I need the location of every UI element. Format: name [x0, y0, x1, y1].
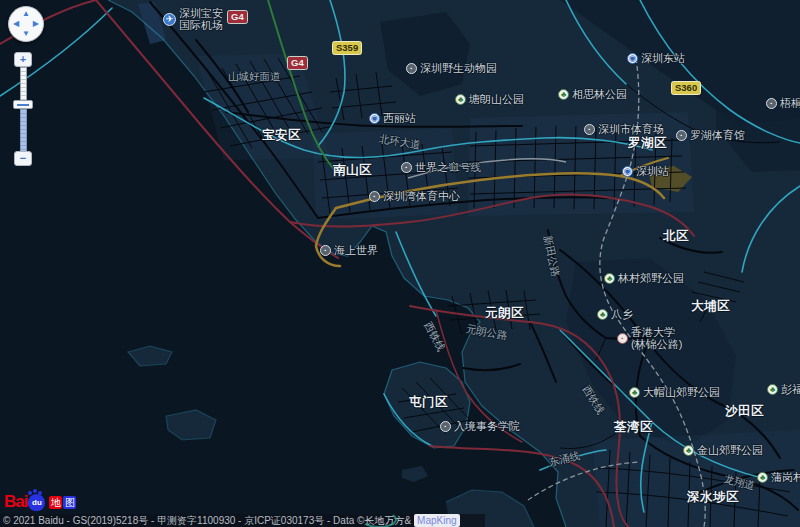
label-tanglangshan-park[interactable]: ♣塘朗山公园	[455, 94, 524, 106]
label-shenzhen-bay-sports-center[interactable]: ▪深圳湾体育中心	[369, 191, 460, 203]
pan-right-icon[interactable]: ▶	[33, 20, 39, 28]
park-icon: ♣	[597, 309, 608, 320]
label-shatin-district: 沙田区	[725, 405, 764, 419]
label-text: 入境事务学院	[454, 421, 520, 433]
mapking-link[interactable]: MapKing	[414, 514, 459, 527]
poi-icon: ▪	[676, 130, 687, 141]
label-tsuenwan-district: 荃湾区	[614, 421, 653, 435]
poi-icon: ▪	[369, 191, 380, 202]
zoom-out-button[interactable]: −	[14, 151, 32, 166]
label-sea-world[interactable]: ▪海上世界	[320, 245, 378, 257]
poi-icon: ▪	[320, 245, 331, 256]
label-text: G4	[231, 12, 244, 22]
label-text: 沙田区	[725, 405, 764, 419]
label-text: 深圳市体育场	[598, 124, 664, 136]
attribution-bar: © 2021 Baidu - GS(2019)5218号 - 甲测资字11009…	[0, 514, 485, 527]
label-text: 香港大学(林锦公路)	[631, 327, 682, 351]
baidu-maps-logo[interactable]: Bai du 地 图	[4, 492, 76, 512]
label-xili-station[interactable]: ◉西丽站	[369, 113, 416, 125]
metro-icon: ◉	[369, 113, 380, 124]
zoom-slider-track-lower[interactable]	[20, 109, 27, 152]
label-text: 荃湾区	[614, 421, 653, 435]
label-metro-line-11: 11号线	[449, 162, 481, 173]
label-text: 塘朗山公园	[469, 94, 524, 106]
pan-control[interactable]: ▲ ▼ ◀ ▶	[8, 6, 44, 42]
label-shenzhen-baoan-airport[interactable]: ✈深圳宝安国际机场	[163, 8, 223, 32]
label-xiangsilin-park[interactable]: ♣相思林公园	[558, 89, 627, 101]
label-text: 相思林公园	[572, 89, 627, 101]
label-text: 大埔区	[691, 300, 730, 314]
label-shenzhen-stadium[interactable]: ▪深圳市体育场	[584, 124, 664, 136]
label-text: 罗湖区	[628, 137, 667, 151]
label-baoan-district: 宝安区	[262, 129, 301, 143]
label-text: 罗湖体育馆	[690, 130, 745, 142]
badge-S360: S360	[671, 81, 701, 95]
copyright-text: © 2021 Baidu - GS(2019)5218号 - 甲测资字11009…	[3, 514, 364, 527]
badge-G4-south: G4	[287, 56, 308, 70]
label-hku-lamkam[interactable]: ▪香港大学(林锦公路)	[617, 327, 682, 351]
label-luohu-district: 罗湖区	[628, 137, 667, 151]
label-wutongshan[interactable]: ▪梧桐山	[766, 98, 800, 110]
logo-bai-text: Bai	[4, 492, 27, 512]
label-yuenlong-district: 元朗区	[485, 307, 524, 321]
label-text: 金山郊野公园	[697, 445, 763, 457]
label-lam-tsuen-country-park[interactable]: ♣林村郊野公园	[604, 273, 684, 285]
park-icon: ♣	[604, 273, 615, 284]
logo-map-char-2: 图	[63, 496, 76, 509]
poi-icon: ▪	[766, 98, 777, 109]
label-text: 深圳湾体育中心	[383, 191, 460, 203]
label-pokong-park[interactable]: ♣蒲岗村道公园	[757, 472, 800, 484]
map-artwork	[0, 0, 800, 527]
park-icon: ♣	[683, 445, 694, 456]
label-text: 大帽山郊野公园	[643, 387, 720, 399]
label-immigration-institute[interactable]: ▪入境事务学院	[440, 421, 520, 433]
label-text: 蒲岗村道公园	[771, 472, 800, 484]
uni-icon: ▪	[617, 333, 628, 344]
logo-map-char-1: 地	[49, 496, 62, 509]
label-text: 林村郊野公园	[618, 273, 684, 285]
zoom-in-button[interactable]: +	[14, 52, 32, 67]
park-icon: ♣	[767, 384, 778, 395]
pan-left-icon[interactable]: ◀	[13, 20, 19, 28]
map-canvas[interactable]: ✈深圳宝安国际机场G4G4S359S360山城好面道▪深圳野生动物园◉西丽站♣塘…	[0, 0, 800, 527]
label-taimoshan-country-park[interactable]: ♣大帽山郊野公园	[629, 387, 720, 399]
badge-S359: S359	[332, 41, 362, 55]
metro-icon: ◉	[622, 166, 633, 177]
label-shenzhen-station[interactable]: ◉深圳站	[622, 166, 669, 178]
label-text: G4	[291, 58, 304, 68]
label-taipo-district: 大埔区	[691, 300, 730, 314]
pan-up-icon[interactable]: ▲	[22, 10, 30, 18]
label-kamshan-country-park[interactable]: ♣金山郊野公园	[683, 445, 763, 457]
label-penfold-park[interactable]: ♣彭福公园	[767, 384, 800, 396]
label-text: 宝安区	[262, 129, 301, 143]
poi-icon: ▪	[401, 162, 412, 173]
vendor-link[interactable]: 长地万方	[364, 514, 404, 527]
label-text: 屯门区	[409, 396, 448, 410]
label-safari-park[interactable]: ▪深圳野生动物园	[406, 63, 497, 75]
label-text: 山城好面道	[228, 71, 281, 82]
pan-down-icon[interactable]: ▼	[22, 30, 30, 38]
label-text: 元朗区	[485, 307, 524, 321]
label-text: 深圳东站	[641, 53, 685, 65]
baidu-paw-icon: du	[28, 494, 45, 511]
park-icon: ♣	[757, 472, 768, 483]
label-text: 北区	[663, 230, 689, 244]
label-north-district: 北区	[663, 230, 689, 244]
label-text: S359	[336, 43, 358, 53]
park-icon: ♣	[455, 94, 466, 105]
label-text: 深圳野生动物园	[420, 63, 497, 75]
label-text: 11号线	[449, 162, 481, 173]
label-text: 深水埗区	[687, 491, 739, 505]
label-pat-heung[interactable]: ♣八乡	[597, 309, 633, 321]
zoom-slider-handle[interactable]	[13, 100, 33, 109]
label-text: 彭福公园	[781, 384, 800, 396]
label-text: 深圳宝安国际机场	[179, 8, 223, 32]
poi-icon: ▪	[584, 124, 595, 135]
label-road-shancheng: 山城好面道	[228, 71, 281, 82]
label-text: 梧桐山	[780, 98, 800, 110]
park-icon: ♣	[629, 387, 640, 398]
label-shenzhen-east-station[interactable]: ◉深圳东站	[627, 53, 685, 65]
park-icon: ♣	[558, 89, 569, 100]
label-tuenmun-district: 屯门区	[409, 396, 448, 410]
label-luohu-gym[interactable]: ▪罗湖体育馆	[676, 130, 745, 142]
